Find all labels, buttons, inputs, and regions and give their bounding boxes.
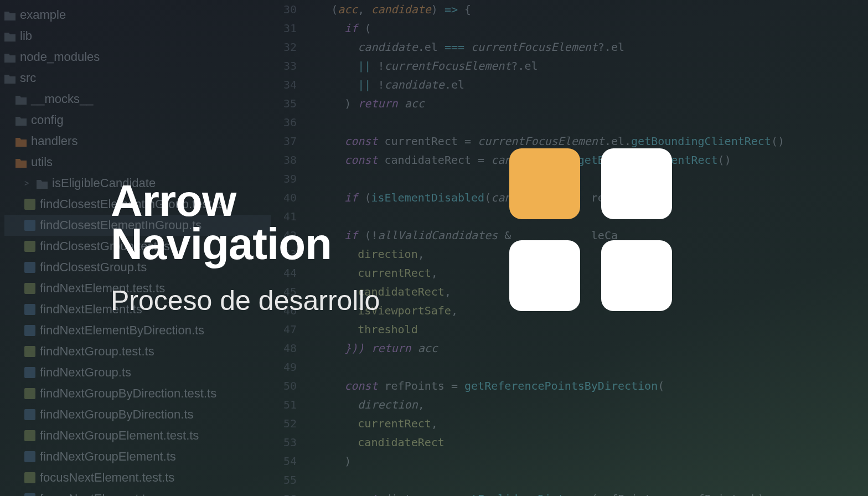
headline-title: Arrow Navigation [111,179,380,266]
logo-square [601,240,672,311]
logo-square-accent [509,148,580,219]
headline-subtitle: Proceso de desarrollo [111,285,380,317]
title-overlay: Arrow Navigation Proceso de desarrollo [0,0,868,496]
logo-square [509,240,580,311]
logo-grid [509,148,672,311]
logo-square [601,148,672,219]
